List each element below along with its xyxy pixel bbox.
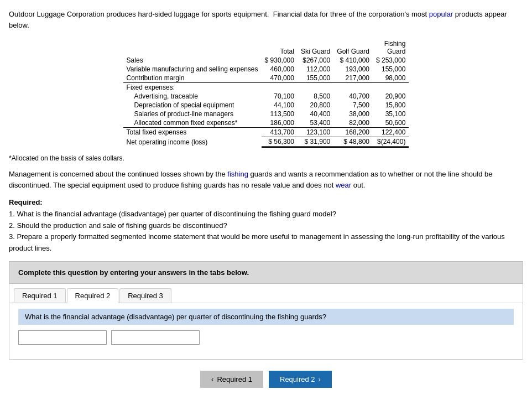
- tab-required-3[interactable]: Required 3: [119, 288, 171, 303]
- complete-label: Complete this question by entering your …: [18, 268, 249, 277]
- tabs-container: Required 1 Required 2 Required 3 What is…: [9, 284, 523, 360]
- col-header-total: Total: [262, 39, 298, 56]
- complete-question-box: Complete this question by entering your …: [9, 261, 523, 284]
- prev-button-label: Required 1: [217, 375, 252, 383]
- prev-button[interactable]: ‹ Required 1: [200, 371, 263, 388]
- table-row: Fixed expenses:: [123, 83, 409, 92]
- required-item-3: 3. Prepare a properly formatted segmente…: [9, 231, 523, 255]
- prev-arrow-icon: ‹: [211, 375, 213, 383]
- table-row: Contribution margin 470,000 155,000 217,…: [123, 74, 409, 83]
- financial-table-wrapper: Total Ski Guard Golf Guard FishingGuard …: [9, 39, 523, 148]
- note-text: *Allocated on the basis of sales dollars…: [9, 154, 523, 162]
- intro-text: Outdoor Luggage Corporation produces har…: [9, 9, 523, 30]
- col-header-label: [123, 39, 262, 56]
- col-header-golf: Golf Guard: [333, 39, 373, 56]
- answer-input-2[interactable]: [111, 330, 200, 345]
- next-button[interactable]: Required 2 ›: [269, 371, 332, 388]
- financial-table: Total Ski Guard Golf Guard FishingGuard …: [123, 39, 409, 148]
- required-item-2: 2. Should the production and sale of fis…: [9, 220, 523, 232]
- answer-input-1[interactable]: [18, 330, 107, 345]
- tabs-row: Required 1 Required 2 Required 3: [9, 284, 523, 303]
- next-arrow-icon: ›: [319, 375, 321, 383]
- table-row: Sales $ 930,000 $267,000 $ 410,000 $ 253…: [123, 56, 409, 65]
- table-row: Net operating income (loss) $ 56,300 $ 3…: [123, 137, 409, 147]
- table-row: Allocated common fixed expenses* 186,000…: [123, 118, 409, 128]
- management-text: Management is concerned about the contin…: [9, 169, 523, 190]
- required-section: Required: 1. What is the financial advan…: [9, 197, 523, 255]
- nav-buttons: ‹ Required 1 Required 2 ›: [9, 371, 523, 388]
- tab-content: What is the financial advantage (disadva…: [9, 303, 523, 359]
- required-item-1: 1. What is the financial advantage (disa…: [9, 209, 523, 220]
- input-row: [18, 330, 514, 345]
- table-row: Variable manufacturing and selling expen…: [123, 65, 409, 74]
- required-title: Required:: [9, 198, 43, 206]
- tab-required-2[interactable]: Required 2: [67, 288, 119, 303]
- next-button-label: Required 2: [280, 375, 315, 383]
- table-row: Advertising, traceable 70,100 8,500 40,7…: [123, 92, 409, 101]
- question-bar: What is the financial advantage (disadva…: [18, 309, 514, 325]
- col-header-ski: Ski Guard: [298, 39, 333, 56]
- table-row: Total fixed expenses 413,700 123,100 168…: [123, 128, 409, 137]
- tab-required-1[interactable]: Required 1: [14, 288, 66, 303]
- table-row: Salaries of product-line managers 113,50…: [123, 110, 409, 118]
- table-row: Depreciation of special equipment 44,100…: [123, 101, 409, 110]
- col-header-fishing: FishingGuard: [373, 39, 409, 56]
